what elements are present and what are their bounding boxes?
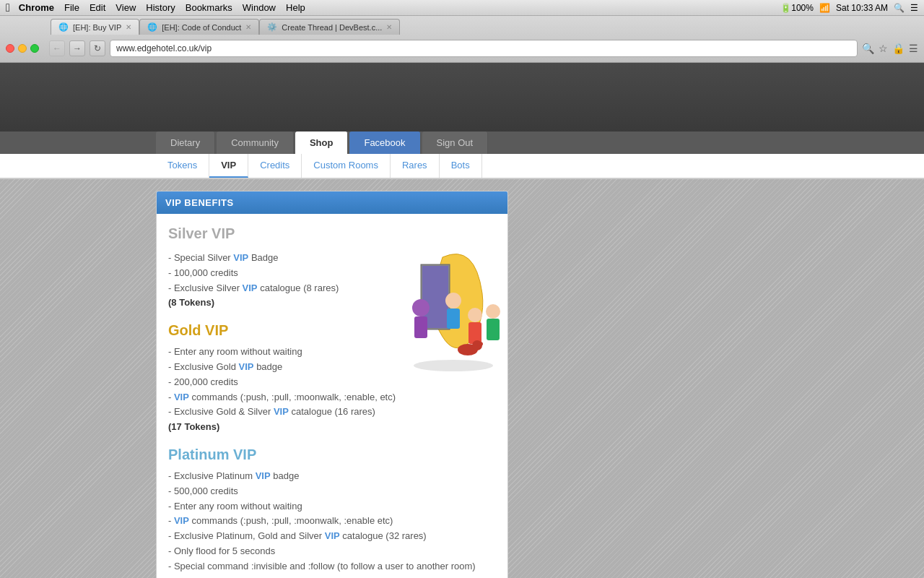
platinum-benefit-3: - Enter any room without waiting: [168, 499, 496, 514]
svg-point-9: [486, 304, 500, 319]
browser-toolbar: ← → ↻ www.edgehotel.co.uk/vip 🔍 ☆ 🔒 ☰: [0, 35, 924, 62]
silver-benefit-1: - Special Silver VIP Badge: [168, 251, 370, 266]
traffic-lights: [6, 44, 39, 53]
menu-view[interactable]: View: [116, 2, 136, 13]
refresh-button[interactable]: ↻: [90, 40, 105, 56]
sub-navigation: Tokens VIP Credits Custom Rooms Rares Bo…: [0, 154, 924, 179]
back-button[interactable]: ←: [49, 40, 65, 56]
gold-benefit-4: - VIP commands (:push, :pull, :moonwalk,…: [168, 390, 496, 405]
site-logo-area: [0, 63, 924, 131]
browser-chrome: 🌐 [EH]: Buy VIP ✕ 🌐 [EH]: Code of Conduc…: [0, 16, 924, 63]
menu-help[interactable]: Help: [286, 2, 305, 13]
nav-facebook[interactable]: Facebook: [349, 131, 420, 154]
tab-close-2[interactable]: ✕: [245, 23, 251, 31]
search-icon[interactable]: 🔍: [894, 3, 905, 13]
nav-dietary[interactable]: Dietary: [156, 131, 215, 154]
subnav-bots[interactable]: Bots: [440, 154, 482, 178]
silver-benefit-3: - Exclusive Silver VIP catalogue (8 rare…: [168, 281, 370, 296]
vip-benefits-header: VIP BENEFITS: [157, 191, 507, 214]
gold-benefit-5: - Exclusive Gold & Silver VIP catalogue …: [168, 405, 496, 420]
svg-point-0: [414, 360, 493, 371]
vip-benefits-card: VIP BENEFITS: [156, 191, 508, 578]
tab-buy-vip[interactable]: 🌐 [EH]: Buy VIP ✕: [51, 19, 139, 35]
tab-create-thread[interactable]: ⚙️ Create Thread | DevBest.c... ✕: [259, 19, 400, 35]
mac-menubar:  Chrome File Edit View History Bookmark…: [0, 0, 924, 16]
nav-signout[interactable]: Sign Out: [422, 131, 489, 154]
site-header: Dietary Community Shop Facebook Sign Out…: [0, 63, 924, 179]
nav-community[interactable]: Community: [217, 131, 294, 154]
platinum-vip-title: Platinum VIP: [168, 447, 496, 463]
vip-image: [381, 221, 500, 373]
platinum-benefit-4: - VIP commands (:push, :pull, :moonwalk,…: [168, 514, 496, 529]
menu-history[interactable]: History: [146, 2, 175, 13]
svg-point-5: [445, 293, 461, 309]
menu-chrome[interactable]: Chrome: [19, 2, 54, 13]
tab-code-of-conduct[interactable]: 🌐 [EH]: Code of Conduct ✕: [139, 19, 259, 35]
subnav-credits[interactable]: Credits: [248, 154, 302, 178]
vip-benefits-body: Silver VIP - Special Silver VIP Badge - …: [157, 214, 507, 578]
wifi-icon: 📶: [819, 3, 830, 13]
menu-bookmarks[interactable]: Bookmarks: [186, 2, 232, 13]
menu-edit[interactable]: Edit: [90, 2, 105, 13]
zoom-icon[interactable]: 🔍: [862, 43, 874, 54]
battery-icon: 🔋100%: [780, 3, 814, 13]
platinum-benefit-7: - Special command :invisible and :follow…: [168, 559, 496, 574]
svg-rect-4: [414, 316, 427, 338]
subnav-tokens[interactable]: Tokens: [156, 154, 209, 178]
menu-icon[interactable]: ☰: [910, 3, 918, 13]
svg-rect-6: [447, 309, 460, 329]
nav-shop[interactable]: Shop: [295, 131, 349, 154]
apple-menu[interactable]: : [6, 1, 10, 14]
tab-favicon-3: ⚙️: [267, 22, 277, 32]
maximize-button[interactable]: [30, 44, 39, 53]
page-background: Dietary Community Shop Facebook Sign Out…: [0, 63, 924, 578]
forward-button[interactable]: →: [69, 40, 85, 56]
platinum-vip-text: - Exclusive Platinum VIP badge - 500,000…: [168, 469, 496, 578]
close-button[interactable]: [6, 44, 14, 53]
platinum-benefit-5: - Exclusive Platinum, Gold and Silver VI…: [168, 529, 496, 544]
url-text: www.edgehotel.co.uk/vip: [116, 43, 212, 53]
platinum-benefit-2: - 500,000 credits: [168, 484, 496, 499]
silver-benefit-2: - 100,000 credits: [168, 266, 370, 281]
tab-close-3[interactable]: ✕: [386, 23, 392, 31]
gold-benefit-3: - 200,000 credits: [168, 375, 496, 390]
platinum-benefit-1: - Exclusive Platinum VIP badge: [168, 469, 496, 484]
svg-rect-8: [468, 322, 481, 344]
tab-close-1[interactable]: ✕: [126, 23, 131, 31]
mac-right-area: 🔋100% 📶 Sat 10:33 AM 🔍 ☰: [780, 3, 918, 13]
svg-point-3: [412, 299, 430, 316]
menu-dots-icon[interactable]: ☰: [909, 43, 918, 54]
clock: Sat 10:33 AM: [836, 3, 888, 13]
browser-tabs-bar: 🌐 [EH]: Buy VIP ✕ 🌐 [EH]: Code of Conduc…: [0, 16, 924, 35]
gold-tokens: (17 Tokens): [168, 420, 496, 435]
tab-favicon-2: 🌐: [147, 22, 157, 32]
subnav-custom-rooms[interactable]: Custom Rooms: [302, 154, 391, 178]
main-navigation: Dietary Community Shop Facebook Sign Out: [0, 131, 924, 154]
tab-label-2: [EH]: Code of Conduct: [162, 23, 241, 32]
lock-icon: 🔒: [892, 43, 905, 54]
silver-vip-text: - Special Silver VIP Badge - 100,000 cre…: [168, 251, 370, 311]
platinum-benefit-8: - Access to Platinum VIP only Limited Ed…: [168, 574, 496, 578]
subnav-rares[interactable]: Rares: [391, 154, 440, 178]
menu-window[interactable]: Window: [243, 2, 276, 13]
svg-rect-10: [487, 319, 500, 340]
tab-favicon-1: 🌐: [58, 22, 69, 32]
minimize-button[interactable]: [18, 44, 27, 53]
svg-point-7: [468, 308, 482, 322]
svg-point-13: [477, 342, 483, 346]
platinum-benefit-6: - Only flood for 5 seconds: [168, 544, 496, 559]
url-bar[interactable]: www.edgehotel.co.uk/vip: [110, 40, 858, 57]
silver-tokens: (8 Tokens): [168, 296, 370, 311]
tab-label-1: [EH]: Buy VIP: [73, 23, 121, 32]
bookmark-star-icon[interactable]: ☆: [879, 43, 888, 54]
tab-label-3: Create Thread | DevBest.c...: [282, 23, 382, 32]
content-area: VIP BENEFITS: [0, 179, 924, 578]
menu-file[interactable]: File: [64, 2, 79, 13]
subnav-vip[interactable]: VIP: [209, 154, 248, 178]
browser-icons: 🔍 ☆ 🔒 ☰: [862, 43, 918, 54]
